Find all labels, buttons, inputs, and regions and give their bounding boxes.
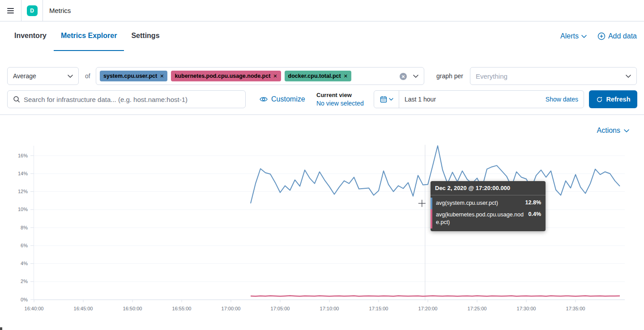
- tab-bar: Inventory Metrics Explorer Settings Aler…: [0, 21, 644, 51]
- y-axis-label: 6%: [21, 243, 28, 248]
- current-view-block: Current view No view selected: [316, 92, 364, 107]
- search-field[interactable]: [7, 90, 246, 108]
- customize-label: Customize: [271, 95, 305, 103]
- metric-badge[interactable]: system.cpu.user.pct✕: [100, 71, 167, 81]
- tooltip-series-value: 12.8%: [525, 199, 541, 206]
- aggregation-value: Average: [13, 72, 36, 80]
- metric-badge-label: system.cpu.user.pct: [103, 73, 157, 79]
- y-axis-label: 12%: [18, 189, 28, 194]
- customize-button[interactable]: Customize: [260, 90, 305, 108]
- chevron-down-icon: [68, 75, 73, 78]
- x-axis-label: 17:15:00: [369, 306, 388, 311]
- search-input[interactable]: [24, 96, 240, 103]
- page-title: Metrics: [49, 7, 71, 14]
- x-axis-label: 17:35:00: [566, 306, 585, 311]
- metric-badges: system.cpu.user.pct✕kubernetes.pod.cpu.u…: [100, 71, 351, 81]
- corner-artifact: [0, 327, 2, 330]
- chevron-down-icon[interactable]: [413, 75, 418, 78]
- y-axis-label: 0%: [21, 297, 28, 302]
- graph-per-label: graph per: [436, 67, 463, 85]
- chevron-down-icon[interactable]: [626, 75, 631, 78]
- x-axis-label: 17:10:00: [320, 306, 339, 311]
- divider: [0, 114, 644, 115]
- menu-icon[interactable]: [0, 0, 21, 21]
- metric-badge-remove-icon[interactable]: ✕: [160, 73, 164, 79]
- chevron-down-icon: [624, 129, 629, 132]
- y-axis-label: 2%: [21, 279, 28, 284]
- calendar-icon: [380, 96, 387, 103]
- actions-label: Actions: [597, 127, 620, 135]
- metrics-chart[interactable]: 0%2%4%6%8%10%12%14%16%16:40:0016:45:0016…: [0, 139, 644, 320]
- chevron-down-icon: [581, 35, 587, 38]
- date-range-value[interactable]: Last 1 hour: [399, 96, 546, 103]
- line-chart-canvas[interactable]: 0%2%4%6%8%10%12%14%16%16:40:0016:45:0016…: [0, 139, 644, 320]
- app-logo[interactable]: D: [27, 5, 38, 16]
- of-label: of: [85, 67, 90, 85]
- metric-badge-label: docker.cpu.total.pct: [288, 73, 341, 79]
- eye-icon: [260, 96, 268, 102]
- metrics-combobox[interactable]: system.cpu.user.pct✕kubernetes.pod.cpu.u…: [96, 67, 424, 85]
- chevron-down-icon: [389, 98, 393, 101]
- refresh-icon: [596, 96, 603, 103]
- graph-per-input[interactable]: [476, 72, 622, 80]
- metric-badge-label: kubernetes.pod.cpu.usage.node.pct: [175, 73, 270, 79]
- aggregation-select[interactable]: Average: [7, 67, 79, 85]
- tooltip-series-color-bar: [431, 209, 432, 228]
- x-axis-label: 17:20:00: [418, 306, 438, 311]
- search-icon: [13, 96, 20, 103]
- tooltip-series-value: 0.4%: [529, 211, 542, 217]
- tooltip-series-color-bar: [431, 198, 432, 209]
- refresh-button[interactable]: Refresh: [589, 90, 637, 108]
- tab-settings[interactable]: Settings: [124, 21, 166, 51]
- series-line: [251, 296, 620, 296]
- y-axis-label: 8%: [21, 225, 28, 230]
- current-view-link[interactable]: No view selected: [316, 99, 364, 107]
- tooltip-timestamp: Dec 2, 2020 @ 17:20:00.000: [431, 181, 546, 195]
- circle-plus-icon: [597, 32, 606, 40]
- show-dates-button[interactable]: Show dates: [546, 96, 584, 103]
- tab-metrics-explorer[interactable]: Metrics Explorer: [54, 21, 124, 51]
- chart-actions-menu[interactable]: Actions: [597, 127, 629, 135]
- app-logo-cell[interactable]: D: [21, 0, 43, 21]
- x-axis-label: 17:25:00: [468, 306, 487, 311]
- y-axis-label: 14%: [18, 171, 28, 176]
- y-axis-label: 4%: [21, 261, 28, 266]
- top-bar: D Metrics: [0, 0, 644, 21]
- x-axis-label: 16:45:00: [74, 306, 93, 311]
- metric-badge-remove-icon[interactable]: ✕: [344, 73, 348, 79]
- crosshair-cursor-icon: [418, 200, 426, 207]
- alerts-label: Alerts: [560, 32, 579, 40]
- y-axis-label: 10%: [18, 207, 28, 212]
- tooltip-rows: avg(system.cpu.user.pct)12.8%avg(kuberne…: [431, 195, 546, 231]
- alerts-menu[interactable]: Alerts: [560, 32, 587, 40]
- graph-per-select[interactable]: [470, 67, 637, 85]
- x-axis-label: 17:30:00: [517, 306, 536, 311]
- x-axis-label: 17:00:00: [222, 306, 241, 311]
- x-axis-label: 16:50:00: [123, 306, 142, 311]
- add-data-link[interactable]: Add data: [597, 32, 637, 40]
- refresh-label: Refresh: [606, 96, 631, 103]
- add-data-label: Add data: [608, 32, 637, 40]
- clear-metrics-icon[interactable]: ✕: [400, 73, 407, 80]
- date-quick-select-button[interactable]: [374, 91, 399, 108]
- chart-tooltip: Dec 2, 2020 @ 17:20:00.000 avg(system.cp…: [431, 181, 546, 231]
- x-axis-label: 16:55:00: [172, 306, 192, 311]
- metric-badge[interactable]: kubernetes.pod.cpu.usage.node.pct✕: [171, 71, 281, 81]
- current-view-label: Current view: [316, 92, 364, 99]
- date-picker: Last 1 hour Show dates: [374, 90, 584, 108]
- tooltip-row: avg(kubernetes.pod.cpu.usage.node.pct)0.…: [431, 209, 546, 228]
- tooltip-row: avg(system.cpu.user.pct)12.8%: [431, 198, 546, 209]
- tooltip-series-label: avg(system.cpu.user.pct): [436, 199, 521, 207]
- metric-badge[interactable]: docker.cpu.total.pct✕: [285, 71, 351, 81]
- x-axis-label: 17:05:00: [271, 306, 290, 311]
- y-axis-label: 16%: [18, 153, 28, 158]
- metric-badge-remove-icon[interactable]: ✕: [273, 73, 277, 79]
- tooltip-series-label: avg(kubernetes.pod.cpu.usage.node.pct): [436, 211, 524, 227]
- tab-inventory[interactable]: Inventory: [7, 21, 54, 51]
- x-axis-label: 16:40:00: [25, 306, 44, 311]
